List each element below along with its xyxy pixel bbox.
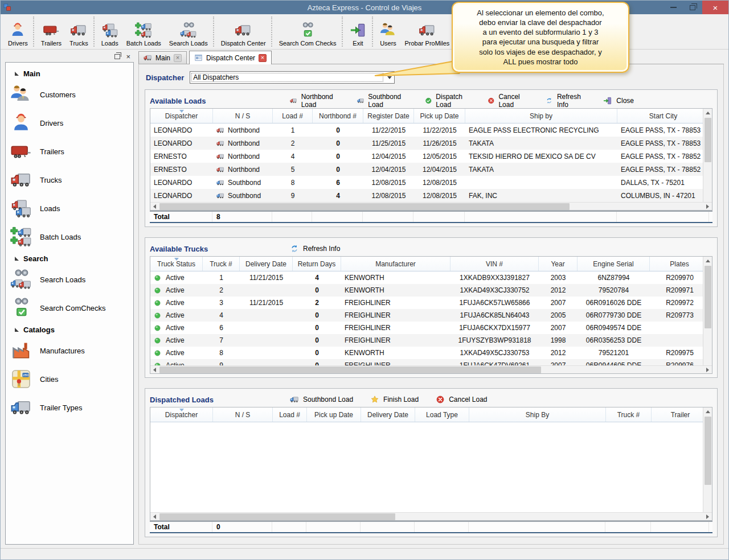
sidebar-item-loads[interactable]: Loads bbox=[6, 194, 133, 223]
cell-register_date: 11/25/2015 bbox=[363, 137, 414, 150]
column-header-truck_no[interactable]: Truck # bbox=[203, 257, 240, 271]
sidebar-item-search-loads[interactable]: Search Loads bbox=[6, 265, 133, 294]
sidebar-group-main[interactable]: Main bbox=[6, 66, 133, 80]
cell-engine_serial: 06R0949574 DDE bbox=[578, 322, 650, 334]
toolbar-button-batch-loads[interactable]: Batch Loads bbox=[122, 14, 165, 49]
toolbar-button-trucks[interactable]: Trucks bbox=[65, 14, 92, 49]
action-cancel-load[interactable]: Cancel Load bbox=[488, 93, 529, 109]
table-row[interactable]: LEONARDO Northbond1011/22/201511/22/2015… bbox=[150, 123, 703, 137]
vertical-scrollbar[interactable] bbox=[703, 407, 712, 520]
truck-red-icon bbox=[216, 126, 224, 134]
restore-button[interactable] bbox=[683, 1, 702, 14]
horizontal-scrollbar[interactable] bbox=[150, 202, 712, 210]
vertical-scrollbar[interactable] bbox=[703, 257, 712, 373]
column-header-pickup_date[interactable]: Pick up Date bbox=[307, 407, 361, 422]
sidebar-group-catalogs[interactable]: Catalogs bbox=[6, 322, 133, 336]
app-icon bbox=[3, 3, 12, 12]
action-southbond-load[interactable]: Southbond Load bbox=[290, 395, 353, 404]
column-header-truck_no[interactable]: Truck # bbox=[606, 407, 652, 422]
column-header-dispatcher[interactable]: Dispatcher bbox=[150, 109, 213, 123]
toolbar-button-search-com-checks[interactable]: Search Com Checks bbox=[275, 14, 341, 49]
minimize-button[interactable] bbox=[664, 1, 683, 14]
search-comchecks-icon bbox=[10, 297, 32, 319]
sidebar-item-drivers[interactable]: Drivers bbox=[6, 109, 133, 137]
table-row[interactable]: LEONARDO Northbond2011/25/201511/26/2015… bbox=[150, 137, 703, 150]
table-row[interactable]: LEONARDO Southbond8612/08/201512/08/2015… bbox=[150, 176, 703, 189]
sidebar-panel-header: × bbox=[5, 51, 134, 62]
action-cancel-load[interactable]: Cancel Load bbox=[436, 395, 487, 404]
tab-main[interactable]: Main × bbox=[138, 51, 187, 64]
vertical-scrollbar[interactable] bbox=[703, 109, 712, 210]
sidebar-item-search-comchecks[interactable]: Search ComChecks bbox=[6, 294, 133, 322]
column-header-load_type[interactable]: Load Type bbox=[415, 407, 469, 422]
table-row[interactable]: ERNESTO Northbond5012/04/201512/04/2015T… bbox=[150, 163, 703, 176]
column-header-pickup_date[interactable]: Pick up Date bbox=[414, 109, 465, 123]
toolbar-button-probar-promiles[interactable]: Probar ProMiles bbox=[401, 14, 454, 49]
table-row[interactable]: Active90FREIGHLINER1FUJA6CK47DV692612007… bbox=[150, 359, 703, 365]
table-row[interactable]: Active20KENWORTH1XKAD49X3CJ3307522012795… bbox=[150, 284, 703, 297]
column-header-ship_by[interactable]: Ship by bbox=[465, 109, 617, 123]
column-header-load_no[interactable]: Load # bbox=[273, 109, 313, 123]
action-northbond-load[interactable]: Northbond Load bbox=[290, 93, 340, 109]
toolbar-button-dispatch-center[interactable]: Dispatch Center bbox=[217, 14, 270, 49]
column-header-ns[interactable]: N / S bbox=[213, 109, 273, 123]
sidebar-item-customers[interactable]: Customers bbox=[6, 80, 133, 109]
toolbar-button-trailers[interactable]: Trailers bbox=[37, 14, 65, 49]
column-header-delivery_date[interactable]: Delivery Date bbox=[240, 257, 293, 271]
sidebar-item-trailers[interactable]: Trailers bbox=[6, 137, 133, 166]
table-row[interactable]: Active70FREIGHLINER1FUYSZYB3WP9318181998… bbox=[150, 334, 703, 347]
tab-dispatch-center[interactable]: Dispatch Center × bbox=[189, 51, 272, 64]
sidebar-item-cities[interactable]: 280 Cities bbox=[6, 365, 133, 393]
column-header-dispatcher[interactable]: Dispatcher bbox=[150, 407, 213, 422]
close-button[interactable]: × bbox=[702, 1, 728, 14]
table-row[interactable]: LEONARDO Southbond9412/08/201512/08/2015… bbox=[150, 189, 703, 202]
column-header-return_days[interactable]: Return Days bbox=[293, 257, 341, 271]
column-header-trailer[interactable]: Trailer bbox=[652, 407, 703, 422]
column-header-ship_by[interactable]: Ship By bbox=[469, 407, 606, 422]
float-panel-icon[interactable] bbox=[114, 54, 120, 59]
column-header-start_city[interactable]: Start City bbox=[617, 109, 703, 123]
table-row[interactable]: Active80KENWORTH1XKAD49X5CJ3307532012795… bbox=[150, 347, 703, 359]
sidebar-item-trailer-types[interactable]: Trailer Types bbox=[6, 393, 133, 422]
action-refresh-info[interactable]: Refresh Info bbox=[290, 244, 340, 253]
action-dispatch-load[interactable]: Dispatch Load bbox=[425, 93, 470, 109]
tab-close-icon[interactable]: × bbox=[174, 54, 182, 62]
available-trucks-title: Available Trucks bbox=[150, 245, 208, 253]
column-header-register_date[interactable]: Register Date bbox=[363, 109, 414, 123]
sidebar-item-batch-loads[interactable]: Batch Loads bbox=[6, 223, 133, 251]
toolbar-button-drivers[interactable]: Drivers bbox=[4, 14, 32, 49]
toolbar-button-loads[interactable]: Loads bbox=[97, 14, 122, 49]
column-header-year[interactable]: Year bbox=[539, 257, 578, 271]
column-header-northbond_no[interactable]: Northbond # bbox=[313, 109, 363, 123]
sidebar-item-manufactures[interactable]: Manufactures bbox=[6, 336, 133, 365]
column-header-status[interactable]: Truck Status bbox=[150, 257, 203, 271]
table-row[interactable]: ERNESTO Northbond4012/04/201512/05/2015T… bbox=[150, 150, 703, 163]
table-row[interactable]: Active40FREIGHLINER1FUJA6CK85LN640432005… bbox=[150, 309, 703, 322]
horizontal-scrollbar[interactable] bbox=[150, 365, 712, 373]
column-header-ns[interactable]: N / S bbox=[213, 407, 273, 422]
table-row[interactable]: Active60FREIGHLINER1FUJA6CKX7DX159772007… bbox=[150, 322, 703, 334]
toolbar-button-exit[interactable]: Exit bbox=[346, 14, 371, 49]
column-header-manufacturer[interactable]: Manufacturer bbox=[341, 257, 450, 271]
toolbar-button-users[interactable]: Users bbox=[376, 14, 401, 49]
toolbar-button-search-loads[interactable]: Search Loads bbox=[165, 14, 212, 49]
action-close[interactable]: Close bbox=[603, 96, 634, 105]
column-header-engine_serial[interactable]: Engine Serial bbox=[578, 257, 650, 271]
tab-close-icon[interactable]: × bbox=[259, 54, 267, 62]
dispatcher-combobox[interactable]: All Dispatchers bbox=[190, 71, 395, 84]
action-finish-load[interactable]: Finish Load bbox=[370, 395, 419, 404]
horizontal-scrollbar[interactable] bbox=[150, 512, 712, 520]
status-active-icon bbox=[154, 324, 161, 332]
column-header-plates[interactable]: Plates bbox=[650, 257, 703, 271]
action-refresh-info[interactable]: Refresh Info bbox=[546, 93, 586, 109]
column-header-delivery_date[interactable]: Delivery Date bbox=[361, 407, 415, 422]
column-header-vin[interactable]: VIN # bbox=[450, 257, 539, 271]
column-header-load_no[interactable]: Load # bbox=[273, 407, 307, 422]
sidebar-group-search[interactable]: Search bbox=[6, 251, 133, 265]
table-row[interactable]: Active111/21/20154KENWORTH1XKADB9XX3J391… bbox=[150, 271, 703, 284]
table-row[interactable]: Active311/21/20152FREIGHLINER1FUJA6CK57L… bbox=[150, 297, 703, 309]
sidebar-item-trucks[interactable]: Trucks bbox=[6, 166, 133, 194]
action-southbond-load[interactable]: Southbond Load bbox=[357, 93, 408, 109]
toolbar-separator bbox=[33, 17, 36, 47]
close-panel-icon[interactable]: × bbox=[126, 53, 130, 60]
